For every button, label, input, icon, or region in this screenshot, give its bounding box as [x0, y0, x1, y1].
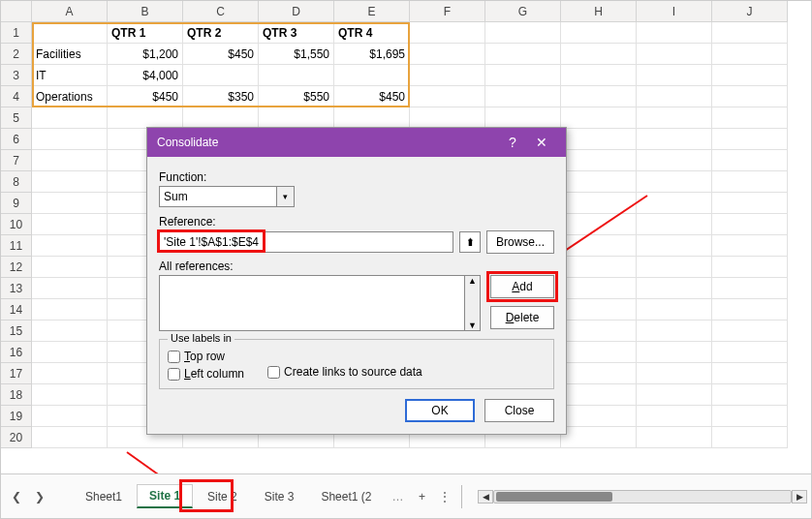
cell[interactable]: Facilities [32, 44, 108, 65]
column-header[interactable]: I [637, 1, 712, 22]
cell[interactable] [259, 107, 334, 129]
cell[interactable] [712, 214, 788, 235]
row-header[interactable]: 9 [1, 193, 32, 214]
sheet-tab-sheet1-2[interactable]: Sheet1 (2 [308, 485, 384, 508]
cell[interactable]: $450 [183, 44, 259, 65]
cell[interactable] [561, 427, 637, 448]
cell[interactable] [712, 235, 788, 257]
cell[interactable] [32, 107, 108, 129]
cell[interactable] [32, 150, 108, 171]
column-header[interactable]: D [259, 1, 334, 22]
cell[interactable] [712, 342, 788, 363]
row-header[interactable]: 13 [1, 278, 32, 299]
cell[interactable] [712, 257, 788, 278]
help-button[interactable]: ? [498, 135, 527, 150]
cell[interactable] [561, 171, 637, 193]
cell[interactable] [334, 107, 410, 129]
column-header[interactable]: F [410, 1, 485, 22]
cell[interactable] [32, 257, 108, 278]
cell[interactable] [561, 193, 637, 214]
cell[interactable] [32, 22, 108, 44]
cell[interactable] [637, 321, 712, 342]
row-header[interactable]: 20 [1, 427, 32, 448]
row-header[interactable]: 3 [1, 65, 32, 86]
cell[interactable] [637, 384, 712, 406]
cell[interactable] [712, 299, 788, 321]
cell[interactable] [637, 171, 712, 193]
all-references-list[interactable] [159, 275, 465, 331]
add-sheet-button[interactable]: + [411, 490, 432, 504]
cell[interactable]: $4,000 [108, 65, 183, 86]
sheet-tab-site-1[interactable]: Site 1 [137, 484, 193, 508]
cell[interactable] [712, 22, 788, 44]
row-header[interactable]: 15 [1, 321, 32, 342]
row-header[interactable]: 8 [1, 171, 32, 193]
cell[interactable]: $550 [259, 86, 334, 107]
tab-nav-next[interactable]: ❯ [30, 485, 49, 508]
column-header[interactable]: H [561, 1, 637, 22]
cell[interactable] [183, 65, 259, 86]
cell[interactable] [712, 406, 788, 427]
cell[interactable] [32, 299, 108, 321]
create-links-checkbox[interactable] [267, 366, 280, 379]
cell[interactable] [561, 278, 637, 299]
cell[interactable] [637, 86, 712, 107]
row-header[interactable]: 12 [1, 257, 32, 278]
cell[interactable] [32, 171, 108, 193]
cell[interactable] [561, 363, 637, 384]
cell[interactable] [561, 235, 637, 257]
browse-button[interactable]: Browse... [486, 230, 554, 254]
cell[interactable] [561, 299, 637, 321]
row-header[interactable]: 2 [1, 44, 32, 65]
row-header[interactable]: 17 [1, 363, 32, 384]
cell[interactable] [637, 150, 712, 171]
cell[interactable] [32, 278, 108, 299]
cell[interactable] [637, 299, 712, 321]
row-header[interactable]: 16 [1, 342, 32, 363]
cell[interactable] [561, 342, 637, 363]
column-header[interactable]: C [183, 1, 259, 22]
cell[interactable] [712, 363, 788, 384]
tab-nav-prev[interactable]: ❮ [7, 485, 26, 508]
select-all-corner[interactable] [1, 1, 32, 22]
cell[interactable] [637, 235, 712, 257]
row-header[interactable]: 10 [1, 214, 32, 235]
cell[interactable] [485, 86, 561, 107]
sheet-tab-site-3[interactable]: Site 3 [252, 485, 307, 508]
cell[interactable] [259, 65, 334, 86]
row-header[interactable]: 18 [1, 384, 32, 406]
cell[interactable] [485, 107, 561, 129]
cell[interactable]: $1,695 [334, 44, 410, 65]
cell[interactable] [32, 193, 108, 214]
cell[interactable] [410, 22, 485, 44]
row-header[interactable]: 6 [1, 129, 32, 150]
cell[interactable] [637, 193, 712, 214]
cell[interactable] [561, 384, 637, 406]
cell[interactable] [485, 65, 561, 86]
cell[interactable] [712, 107, 788, 129]
cell[interactable] [561, 257, 637, 278]
row-header[interactable]: 19 [1, 406, 32, 427]
row-header[interactable]: 7 [1, 150, 32, 171]
cell[interactable] [712, 65, 788, 86]
cell[interactable] [410, 107, 485, 129]
cell[interactable] [32, 214, 108, 235]
scroll-left-arrow[interactable]: ◀ [478, 490, 493, 504]
top-row-checkbox[interactable] [168, 351, 180, 363]
cell[interactable] [32, 384, 108, 406]
cell[interactable] [712, 384, 788, 406]
cell[interactable] [712, 171, 788, 193]
cell[interactable]: $450 [108, 86, 183, 107]
cell[interactable] [637, 22, 712, 44]
cell[interactable] [637, 406, 712, 427]
chevron-down-icon[interactable]: ▾ [277, 186, 295, 207]
sheet-tab-sheet1[interactable]: Sheet1 [73, 485, 135, 508]
row-header[interactable]: 5 [1, 107, 32, 129]
dialog-titlebar[interactable]: Consolidate ? ✕ [147, 128, 566, 157]
cell[interactable] [561, 214, 637, 235]
cell[interactable]: QTR 2 [183, 22, 259, 44]
cell[interactable] [712, 427, 788, 448]
cell[interactable] [32, 363, 108, 384]
cell[interactable] [561, 22, 637, 44]
cell[interactable] [485, 44, 561, 65]
